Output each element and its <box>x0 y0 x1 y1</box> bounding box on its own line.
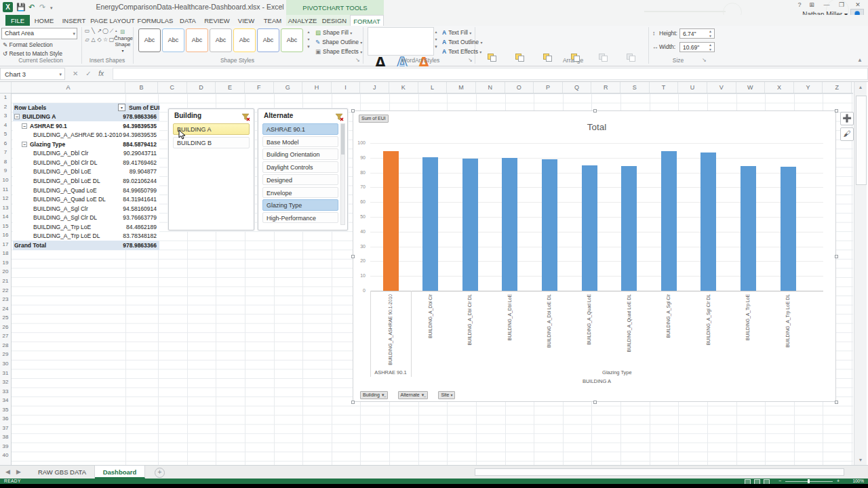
column-header-m[interactable]: M <box>447 82 476 93</box>
row-header-23[interactable]: 23 <box>0 296 11 302</box>
zoom-level[interactable]: 100% <box>852 479 864 484</box>
ribbon-tab-view[interactable]: VIEW <box>233 15 259 26</box>
shape-style-thumb-4[interactable]: Abc <box>210 28 232 52</box>
column-header-c[interactable]: C <box>158 82 187 93</box>
row-header-13[interactable]: 13 <box>0 205 11 211</box>
undo-icon[interactable]: ↶ <box>28 3 35 12</box>
row-header-2[interactable]: 2 <box>0 104 11 110</box>
column-header-a[interactable]: A <box>12 82 125 93</box>
insert-function-icon[interactable]: fx <box>98 70 104 77</box>
axis-field-button-site[interactable]: Site ▾ <box>438 391 455 399</box>
corner-select-all[interactable] <box>0 82 12 93</box>
selection-handle[interactable] <box>593 109 597 113</box>
pivot-row-building-a-trp-loe[interactable]: BUILDING_A_Trp LoE84.4862189 <box>13 222 159 232</box>
bar-building-a-dbl-loe[interactable] <box>502 158 517 291</box>
selection-handle[interactable] <box>835 401 838 404</box>
row-header-22[interactable]: 22 <box>0 287 11 293</box>
ribbon-tab-review[interactable]: REVIEW <box>201 15 233 26</box>
column-header-p[interactable]: P <box>534 82 563 93</box>
clear-filter-icon[interactable] <box>241 112 250 120</box>
formula-input[interactable] <box>113 68 868 80</box>
zoom-in-icon[interactable]: + <box>837 479 840 484</box>
slicer-alternate[interactable]: AlternateASHRAE 90.1Base ModelBuilding O… <box>258 108 348 230</box>
column-header-e[interactable]: E <box>216 82 245 93</box>
column-header-v[interactable]: V <box>707 82 736 93</box>
shape-style-thumb-2[interactable]: Abc <box>162 28 184 52</box>
size-dialog-launcher-icon[interactable]: ↘ <box>702 57 707 63</box>
pivot-row-building-a-dbl-clr[interactable]: BUILDING_A_Dbl Clr90.29043711 <box>13 148 159 158</box>
pivot-row-building-a-dbl-loe[interactable]: BUILDING_A_Dbl LoE89.904877 <box>13 167 159 176</box>
column-header-k[interactable]: K <box>389 82 418 93</box>
column-header-z[interactable]: Z <box>823 82 852 93</box>
text-effects-button[interactable]: AText Effects ▾ <box>442 48 481 55</box>
column-header-i[interactable]: I <box>332 82 361 93</box>
format-selection-button[interactable]: ✎ Format Selection <box>3 41 53 48</box>
pivot-row-building-a-quad-loe-dl[interactable]: BUILDING_A_Quad LoE DL84.31941641 <box>13 195 159 204</box>
shape-style-thumb-6[interactable]: Abc <box>257 28 279 52</box>
shape-fill-button[interactable]: ▧Shape Fill ▾ <box>315 29 352 36</box>
row-header-34[interactable]: 34 <box>0 397 11 403</box>
ribbon-tab-file[interactable]: FILE <box>5 15 30 26</box>
selection-handle[interactable] <box>835 255 838 258</box>
column-header-u[interactable]: U <box>678 82 707 93</box>
shape-triangle-icon[interactable]: △ <box>90 37 96 43</box>
row-header-33[interactable]: 33 <box>0 388 11 394</box>
shape-arrow-icon[interactable]: ↗ <box>96 28 102 34</box>
column-header-y[interactable]: Y <box>794 82 823 93</box>
pivot-row-building-a-quad-loe[interactable]: BUILDING_A_Quad LoE84.99650799 <box>13 186 159 195</box>
chart-elements-button[interactable]: ➕ <box>840 112 854 125</box>
bar-building-a-quad-loe[interactable] <box>582 165 597 291</box>
slicer-item-designed[interactable]: Designed <box>262 174 338 186</box>
row-header-24[interactable]: 24 <box>0 306 11 312</box>
pivot-row-building-a-sgl-clr[interactable]: BUILDING_A_Sgl Clr94.58160914 <box>13 204 159 214</box>
collapse-ribbon-icon[interactable]: ▲ <box>857 57 863 63</box>
slicer-item-envelope[interactable]: Envelope <box>262 187 338 199</box>
change-shape-button[interactable]: ⧈ Change Shape ▾ <box>114 28 132 54</box>
minimize-icon[interactable]: — <box>821 1 833 8</box>
height-input[interactable]: 6.74"▲▼ <box>679 28 715 39</box>
row-header-9[interactable]: 9 <box>0 167 11 174</box>
zoom-slider-thumb[interactable] <box>808 479 810 483</box>
chart-elements-dropdown[interactable]: Chart Area▾ <box>1 28 77 39</box>
value-field-button[interactable]: Sum of EUI <box>359 115 389 123</box>
row-header-10[interactable]: 10 <box>0 177 11 183</box>
pivot-row-ashrae-90-1[interactable]: −ASHRAE 90.194.39839535 <box>13 121 159 131</box>
pivot-row-building-a-trp-loe-dl[interactable]: BUILDING_A_Trp LoE DL83.78348182 <box>13 231 159 241</box>
row-header-25[interactable]: 25 <box>0 314 11 321</box>
column-header-h[interactable]: H <box>302 82 332 93</box>
pivot-row-grand-total[interactable]: Grand Total978.9863366 <box>13 241 159 250</box>
vertical-scroll-thumb[interactable] <box>856 96 867 185</box>
pivot-filter-dropdown-icon[interactable]: ▾ <box>118 104 125 111</box>
bar-building-a-dbl-clr[interactable] <box>422 157 438 291</box>
shape-oval-icon[interactable]: ◯ <box>102 28 108 34</box>
new-sheet-icon[interactable]: + <box>155 468 165 478</box>
pivot-row-glazing-type[interactable]: −Glazing Type884.5879412 <box>13 140 159 149</box>
slicer-item-base-model[interactable]: Base Model <box>262 136 338 148</box>
axis-field-button-building[interactable]: Building ▼̲ <box>360 391 388 399</box>
row-header-38[interactable]: 38 <box>0 434 11 440</box>
collapse-icon[interactable]: − <box>22 123 27 129</box>
wordart-scroll[interactable]: ▴▾▼ <box>433 28 439 51</box>
sheet-nav-left-icon[interactable]: ◀ <box>5 468 10 475</box>
row-header-28[interactable]: 28 <box>0 342 11 348</box>
shape-parallelogram-icon[interactable]: ▱ <box>84 37 90 43</box>
row-header-14[interactable]: 14 <box>0 214 11 220</box>
column-header-x[interactable]: X <box>765 82 794 93</box>
selection-handle[interactable] <box>351 401 355 404</box>
selection-handle[interactable] <box>351 255 355 258</box>
name-box-dropdown-icon[interactable]: ▾ <box>59 68 62 81</box>
column-header-d[interactable]: D <box>187 82 216 93</box>
row-header-5[interactable]: 5 <box>0 131 11 137</box>
column-header-n[interactable]: N <box>476 82 505 93</box>
selection-handle[interactable] <box>351 109 355 113</box>
slicer-scrollbar[interactable] <box>340 123 345 225</box>
row-header-3[interactable]: 3 <box>0 113 11 119</box>
sheet-nav-right-icon[interactable]: ▶ <box>16 468 21 475</box>
slicer-item-ashrae-90-1[interactable]: ASHRAE 90.1 <box>262 123 338 135</box>
shape-effects-button[interactable]: ▣Shape Effects ▾ <box>315 48 362 55</box>
slicer-building[interactable]: BuildingBUILDING ABUILDING B <box>168 108 254 230</box>
scroll-up-icon[interactable]: ▲ <box>854 85 867 89</box>
row-header-7[interactable]: 7 <box>0 149 11 155</box>
column-header-w[interactable]: W <box>736 82 766 93</box>
shape-styles-dialog-launcher-icon[interactable]: ↘ <box>355 57 360 63</box>
